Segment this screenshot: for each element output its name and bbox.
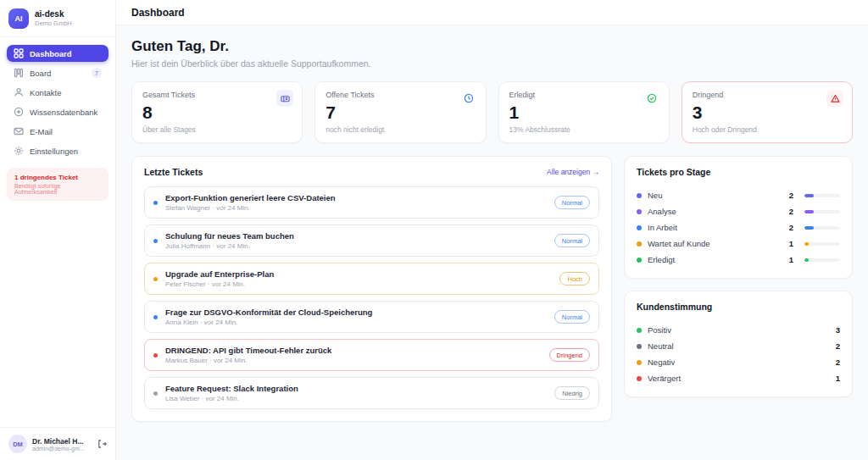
stage-count: 1 — [789, 239, 793, 248]
priority-dot — [153, 353, 158, 357]
stage-dot — [637, 225, 642, 230]
priority-dot — [153, 391, 158, 396]
stage-dot — [637, 209, 642, 214]
stage-count: 1 — [789, 255, 793, 264]
priority-dot — [153, 315, 158, 319]
stage-row: In Arbeit 2 — [637, 219, 840, 236]
dashboard-icon — [14, 48, 24, 58]
ticket-meta: Lisa Weber · vor 24 Min. — [165, 395, 547, 402]
priority-badge: Normal — [554, 234, 590, 247]
stage-panel-title: Tickets pro Stage — [637, 167, 710, 177]
sidebar-item-dashboard[interactable]: Dashboard — [7, 45, 108, 62]
stat-card-erledigt[interactable]: Erledigt 1 13% Abschlussrate — [498, 81, 670, 143]
sidebar-item-email[interactable]: E-Mail — [7, 123, 108, 140]
stage-progress-bar — [804, 226, 840, 230]
sentiment-row: Verärgert 1 — [637, 370, 840, 386]
stage-progress-bar — [804, 242, 840, 246]
stat-cards: Gesamt Tickets 8 Über alle Stages Offene… — [131, 81, 853, 143]
sidebar-item-einstellungen[interactable]: Einstellungen — [7, 142, 108, 159]
ticket-meta: Anna Klein · vor 24 Min. — [165, 319, 547, 326]
knowledge-base-icon — [14, 107, 24, 117]
ticket-row[interactable]: Schulung für neues Team buchen Julia Hof… — [144, 224, 599, 257]
ticket-row[interactable]: Feature Request: Slack Integration Lisa … — [144, 377, 599, 409]
stage-row: Neu 2 — [637, 187, 840, 203]
stat-subtitle: 13% Abschlussrate — [509, 125, 659, 134]
org-name: Demo GmbH — [35, 19, 72, 28]
view-all-link[interactable]: Alle anzeigen → — [547, 168, 599, 176]
sentiment-row: Positiv 3 — [637, 322, 840, 338]
priority-badge: Dringend — [549, 348, 590, 362]
clock-icon — [460, 90, 477, 107]
ticket-row[interactable]: Frage zur DSGVO-Konformität der Cloud-Sp… — [144, 301, 599, 333]
user-name: Dr. Michael H... — [32, 437, 92, 446]
recent-tickets-panel: Letzte Tickets Alle anzeigen → Export-Fu… — [131, 156, 612, 422]
sidebar-item-label: Einstellungen — [30, 147, 78, 156]
topbar: Dashboard — [116, 0, 868, 25]
stat-label: Gesamt Tickets — [142, 91, 292, 99]
ticket-row[interactable]: Export-Funktion generiert leere CSV-Date… — [144, 186, 599, 219]
main-area: Dashboard Guten Tag, Dr. Hier ist dein Ü… — [116, 0, 868, 460]
sidebar-nav: Dashboard Board 7 Kontakte Wissensdaten — [0, 37, 115, 159]
user-icon — [14, 87, 24, 97]
priority-dot — [153, 277, 158, 281]
stat-value: 1 — [509, 103, 659, 121]
sidebar-item-label: Board — [30, 69, 51, 78]
urgent-alert-title: 1 dringendes Ticket — [14, 174, 101, 181]
ticket-meta: Peter Fischer · vor 24 Min. — [165, 280, 552, 288]
customer-sentiment-panel: Kundenstimmung Positiv 3 Neutral 2 — [624, 291, 853, 397]
sidebar-item-board[interactable]: Board 7 — [7, 64, 108, 81]
sidebar-item-label: E-Mail — [30, 127, 53, 136]
ticket-icon — [276, 90, 293, 107]
dashboard-content: Guten Tag, Dr. Hier ist dein Überblick ü… — [116, 25, 868, 460]
stat-card-dringend[interactable]: Dringend 3 Hoch oder Dringend — [682, 81, 853, 143]
greeting-title: Guten Tag, Dr. — [131, 38, 853, 55]
stage-label: Analyse — [648, 207, 783, 216]
stage-row: Analyse 2 — [637, 203, 840, 219]
ticket-row[interactable]: DRINGEND: API gibt Timeout-Fehler zurück… — [144, 339, 599, 371]
kanban-icon — [14, 68, 24, 78]
page-title: Dashboard — [131, 7, 185, 19]
stage-label: Erledigt — [648, 255, 783, 264]
sentiment-count: 3 — [836, 325, 840, 335]
sidebar: AI ai-desk Demo GmbH Dashboard Board 7 — [0, 0, 116, 460]
sentiment-label: Verärgert — [648, 374, 830, 383]
stage-label: Neu — [648, 191, 783, 200]
sidebar-item-kontakte[interactable]: Kontakte — [7, 84, 108, 101]
sidebar-item-wissensdatenbank[interactable]: Wissensdatenbank — [7, 103, 108, 120]
priority-badge: Normal — [554, 196, 590, 209]
recent-tickets-title: Letzte Tickets — [144, 167, 203, 177]
stat-label: Offene Tickets — [326, 91, 475, 99]
stage-progress-bar — [804, 210, 840, 213]
ticket-meta: Julia Hoffmann · vor 24 Min. — [165, 242, 547, 250]
stat-subtitle: Hoch oder Dringend — [693, 125, 842, 134]
sentiment-count: 2 — [836, 341, 840, 351]
stat-label: Dringend — [693, 91, 842, 99]
stage-dot — [637, 258, 642, 263]
stat-value: 7 — [326, 103, 475, 121]
sidebar-item-label: Kontakte — [30, 88, 62, 97]
check-circle-icon — [643, 90, 660, 107]
logout-icon[interactable] — [97, 439, 107, 449]
ticket-title: Feature Request: Slack Integration — [165, 384, 547, 393]
urgent-ticket-alert[interactable]: 1 dringendes Ticket Benötigt sofortige A… — [7, 168, 108, 201]
stage-label: In Arbeit — [648, 223, 783, 232]
priority-badge: Normal — [554, 310, 590, 324]
user-email: admin@demo-gm... — [32, 446, 92, 452]
user-footer: DM Dr. Michael H... admin@demo-gm... — [0, 427, 115, 460]
stat-card-gesamt-tickets[interactable]: Gesamt Tickets 8 Über alle Stages — [131, 81, 303, 143]
stage-progress-bar — [804, 258, 840, 262]
stat-subtitle: noch nicht erledigt — [326, 125, 475, 134]
ticket-title: Export-Funktion generiert leere CSV-Date… — [165, 193, 547, 202]
ticket-row[interactable]: Upgrade auf Enterprise-Plan Peter Fische… — [144, 263, 599, 295]
urgent-alert-subtitle: Benötigt sofortige Aufmerksamkeit — [14, 183, 101, 195]
sentiment-count: 2 — [836, 357, 840, 367]
stat-value: 8 — [142, 103, 292, 121]
stat-label: Erledigt — [509, 91, 659, 99]
stat-card-offene-tickets[interactable]: Offene Tickets 7 noch nicht erledigt — [314, 81, 486, 143]
priority-dot — [153, 239, 158, 243]
app-window: AI ai-desk Demo GmbH Dashboard Board 7 — [0, 0, 868, 460]
stage-count: 2 — [789, 207, 793, 216]
stage-row: Erledigt 1 — [637, 252, 840, 268]
ticket-title: Upgrade auf Enterprise-Plan — [165, 269, 552, 279]
avatar: DM — [8, 435, 27, 453]
